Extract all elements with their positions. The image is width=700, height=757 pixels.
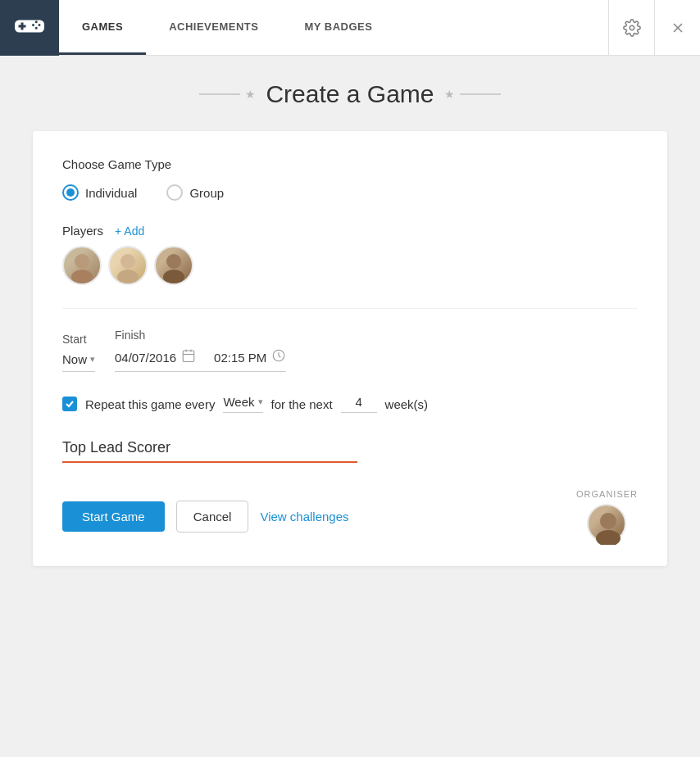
page-title: Create a Game — [266, 80, 434, 108]
start-game-button[interactable]: Start Game — [62, 501, 165, 532]
avatars-row — [62, 246, 638, 285]
svg-point-8 — [163, 270, 184, 283]
finish-label: Finish — [115, 329, 286, 342]
repeat-period-chevron-icon: ▾ — [258, 397, 263, 407]
calendar-icon[interactable] — [181, 348, 196, 366]
close-button[interactable] — [654, 0, 700, 56]
settings-button[interactable] — [608, 0, 654, 56]
create-game-card: Choose Game Type Individual Group Player… — [33, 131, 667, 566]
svg-point-14 — [600, 513, 616, 529]
title-line-right — [460, 93, 501, 95]
view-challenges-button[interactable]: View challenges — [260, 510, 348, 524]
players-label: Players — [62, 224, 103, 238]
player-avatar-1 — [62, 246, 102, 285]
tab-my-badges[interactable]: MY BADGES — [281, 0, 395, 55]
radio-group[interactable]: Group — [166, 184, 224, 201]
game-name-section — [62, 439, 638, 463]
svg-point-3 — [75, 254, 89, 269]
tab-achievements[interactable]: ACHIEVEMENTS — [146, 0, 281, 55]
organiser-label: ORGANISER — [576, 489, 638, 499]
finish-field-group: Finish 04/07/2016 02:15 PM — [115, 329, 286, 372]
title-line-left — [199, 93, 240, 95]
main-content: ★ Create a Game ★ Choose Game Type Indiv… — [0, 56, 700, 591]
radio-individual-circle — [62, 184, 79, 201]
footer-row: Start Game Cancel View challenges ORGANI… — [62, 489, 638, 543]
svg-rect-9 — [183, 351, 194, 362]
svg-point-5 — [120, 254, 135, 269]
add-player-button[interactable]: + Add — [115, 224, 144, 238]
organiser-section: ORGANISER — [576, 489, 638, 543]
finish-date: 04/07/2016 — [115, 351, 176, 365]
page-title-row: ★ Create a Game ★ — [33, 80, 667, 108]
section-divider — [62, 308, 638, 309]
repeat-count-input[interactable] — [341, 395, 377, 413]
finish-time: 02:15 PM — [214, 351, 266, 365]
svg-point-0 — [630, 25, 634, 30]
footer-left-actions: Start Game Cancel View challenges — [62, 501, 349, 533]
repeat-row: Repeat this game every Week ▾ for the ne… — [62, 395, 638, 413]
title-decoration-left: ★ — [199, 88, 256, 101]
nav-tabs: GAMES ACHIEVEMENTS MY BADGES — [59, 0, 608, 55]
start-select[interactable]: Now ▾ — [62, 352, 95, 372]
title-decoration-right: ★ — [444, 88, 501, 101]
radio-group-label: Group — [189, 186, 224, 200]
svg-point-7 — [166, 254, 181, 269]
gamepad-icon — [15, 11, 44, 44]
repeat-label: Repeat this game every — [85, 397, 215, 411]
svg-point-15 — [596, 530, 620, 545]
game-name-input[interactable] — [62, 439, 357, 463]
game-type-radio-group: Individual Group — [62, 184, 638, 201]
player-avatar-2 — [108, 246, 148, 285]
radio-individual[interactable]: Individual — [62, 184, 137, 201]
header-actions — [608, 0, 700, 56]
star-left-icon: ★ — [245, 88, 256, 101]
organiser-avatar — [587, 504, 626, 543]
start-field-group: Start Now ▾ — [62, 333, 95, 372]
star-right-icon: ★ — [444, 88, 455, 101]
tab-games[interactable]: GAMES — [59, 0, 146, 55]
clock-icon[interactable] — [271, 348, 286, 366]
for-next-label: for the next — [271, 397, 333, 411]
finish-date-control: 04/07/2016 02:15 PM — [115, 348, 286, 372]
start-label: Start — [62, 333, 95, 346]
cancel-button[interactable]: Cancel — [176, 501, 249, 533]
datetime-row: Start Now ▾ Finish 04/07/2016 — [62, 329, 638, 372]
repeat-checkbox[interactable] — [62, 397, 77, 411]
weeks-label: week(s) — [385, 397, 429, 411]
svg-point-4 — [71, 270, 93, 283]
svg-point-6 — [117, 270, 139, 283]
radio-group-circle — [166, 184, 183, 201]
radio-individual-label: Individual — [85, 186, 137, 200]
game-type-label: Choose Game Type — [62, 157, 638, 171]
app-logo — [0, 0, 59, 56]
players-row: Players + Add — [62, 224, 638, 238]
repeat-period-select[interactable]: Week ▾ — [223, 395, 262, 413]
start-chevron-icon: ▾ — [90, 354, 95, 365]
app-header: GAMES ACHIEVEMENTS MY BADGES — [0, 0, 700, 56]
repeat-period-value: Week — [223, 395, 254, 409]
player-avatar-3 — [154, 246, 193, 285]
start-value: Now — [62, 352, 87, 366]
